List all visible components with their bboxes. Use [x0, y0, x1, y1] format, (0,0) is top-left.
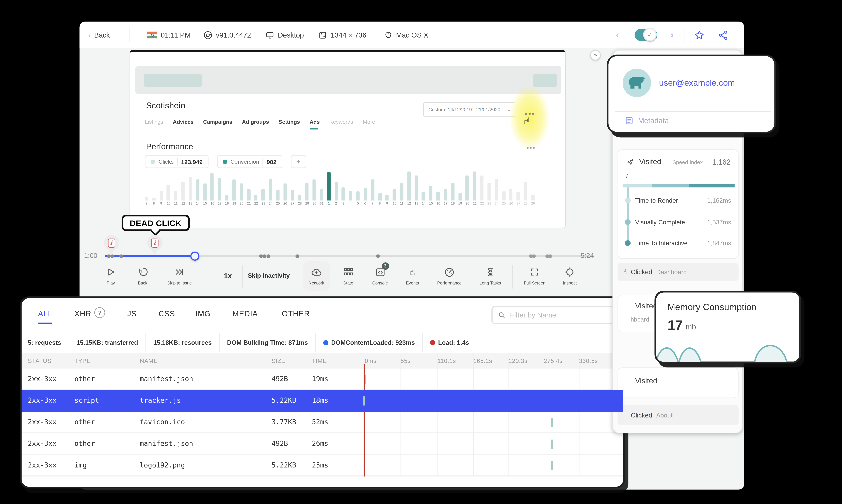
- full-screen-button[interactable]: Full Screen: [515, 266, 555, 286]
- site-tab-keywords[interactable]: Keywords: [329, 119, 353, 129]
- x-tick-label: 11: [400, 202, 403, 205]
- event-dot[interactable]: [119, 254, 123, 258]
- divider: [684, 29, 685, 42]
- metric-chips: Clicks 123,949 Conversion 902 +: [145, 155, 306, 168]
- widget-menu-icon[interactable]: •••: [526, 144, 536, 151]
- long-tasks-panel-button[interactable]: Long Tasks: [470, 266, 510, 286]
- chart-bar: [531, 195, 535, 200]
- dead-click-badge: DEAD CLICK: [122, 215, 190, 231]
- event-dot[interactable]: [376, 254, 380, 258]
- chart-bar: [444, 189, 447, 200]
- chart-bar: [283, 184, 287, 200]
- tab-img[interactable]: IMG: [196, 310, 211, 324]
- request-time: 19ms: [312, 375, 328, 383]
- site-tab-advices[interactable]: Advices: [173, 119, 194, 129]
- x-tick-label: 8: [152, 202, 156, 205]
- stat-text: 15.15KB: transferred: [76, 339, 138, 346]
- favorite-button[interactable]: [694, 21, 704, 48]
- event-dot[interactable]: [532, 254, 536, 258]
- tab-css[interactable]: CSS: [159, 310, 175, 324]
- resolution-info: 1344 × 736: [318, 21, 366, 48]
- metric-label: Clicks: [159, 158, 174, 165]
- x-tick-label: 20: [466, 202, 469, 205]
- collapse-panel-button[interactable]: »: [590, 50, 601, 60]
- request-row[interactable]: 2xx-3xximglogo192.png5.22KB25ms: [21, 455, 623, 476]
- user-email[interactable]: user@example.com: [659, 78, 735, 87]
- event-dot[interactable]: [295, 254, 299, 258]
- site-tab-ad-groups[interactable]: Ad groups: [242, 119, 269, 129]
- issue-marker[interactable]: i: [104, 235, 119, 251]
- cloud-download-icon: [310, 266, 323, 278]
- divider: [263, 158, 263, 165]
- visited-event-card[interactable]: Visited Speed Index 1,162 / Time to Rend…: [617, 149, 739, 259]
- site-tab-ads[interactable]: Ads: [309, 119, 320, 129]
- request-row[interactable]: 2xx-3xxotherfavicon.ico3.77KB52ms: [21, 412, 623, 433]
- event-dot[interactable]: [266, 254, 270, 258]
- network-stat: 15.15KB: transferred: [69, 333, 146, 352]
- col-status[interactable]: STATUS: [28, 357, 52, 364]
- site-tab-campaigns[interactable]: Campaigns: [203, 119, 232, 129]
- search-icon: [498, 311, 505, 319]
- prev-session-button[interactable]: ‹: [616, 21, 619, 48]
- col-type[interactable]: TYPE: [74, 357, 91, 364]
- performance-panel-button[interactable]: Performance: [430, 266, 469, 286]
- playhead-handle[interactable]: [190, 252, 199, 261]
- total-time-label: 5:24: [581, 252, 594, 259]
- date-range-picker[interactable]: Custom: 14/12/2019 - 21/01/2020 ⌄: [423, 102, 515, 117]
- request-status: 2xx-3xx: [28, 439, 57, 447]
- share-button[interactable]: [718, 21, 728, 48]
- chart-bar: [196, 179, 199, 200]
- metric-chip-clicks[interactable]: Clicks 123,949: [145, 155, 208, 168]
- next-session-button[interactable]: ›: [670, 21, 674, 48]
- request-status: 2xx-3xx: [28, 418, 57, 426]
- col-name[interactable]: NAME: [140, 357, 158, 364]
- site-tab-listings[interactable]: Listings: [145, 119, 163, 129]
- skip-to-issue-button[interactable]: Skip to Issue: [160, 266, 199, 286]
- metadata-link[interactable]: Metadata: [625, 116, 669, 125]
- tab-other[interactable]: OTHER: [282, 310, 310, 324]
- stat-text: 15.18KB: resources: [154, 339, 212, 346]
- chart-bar: [349, 191, 352, 200]
- current-time-label: 1:00: [84, 252, 97, 259]
- site-tab-more[interactable]: More: [363, 119, 375, 129]
- add-metric-button[interactable]: +: [291, 155, 306, 168]
- x-tick-label: 23: [262, 202, 265, 205]
- skeleton-block: [144, 74, 202, 87]
- metric-chip-conversion[interactable]: Conversion 902: [217, 155, 282, 168]
- x-tick-label: 12: [181, 202, 185, 205]
- site-tab-settings[interactable]: Settings: [279, 119, 300, 129]
- x-tick-label: 28: [298, 202, 301, 205]
- autoplay-toggle[interactable]: ✓: [634, 21, 657, 48]
- request-type: img: [74, 461, 87, 469]
- chart-bar: [152, 198, 156, 200]
- divider: [242, 265, 243, 289]
- speed-button[interactable]: 1x: [224, 272, 232, 280]
- x-tick-label: 15: [429, 202, 432, 205]
- request-row[interactable]: 2xx-3xxscripttracker.js5.22KB18ms: [21, 390, 623, 412]
- x-tick-label: 9: [160, 202, 163, 205]
- col-time[interactable]: TIME: [312, 357, 327, 364]
- skip-inactivity-toggle[interactable]: Skip Inactivity: [248, 272, 290, 279]
- event-dot[interactable]: [259, 254, 263, 258]
- tab-all[interactable]: ALL: [38, 310, 52, 324]
- request-row[interactable]: 2xx-3xxothermanifest.json492B26ms: [21, 433, 623, 455]
- tab-media[interactable]: MEDIA: [232, 310, 258, 324]
- inspect-button[interactable]: Inspect: [550, 266, 590, 286]
- request-time: 25ms: [312, 461, 328, 469]
- visited-event-card-bottom[interactable]: Visited: [617, 367, 739, 398]
- request-row[interactable]: 2xx-3xxothermanifest.json492B19ms: [21, 368, 623, 390]
- back-button[interactable]: ‹ Back: [88, 21, 110, 48]
- events-panel-button[interactable]: ☝ Events: [393, 266, 432, 286]
- tab-xhr[interactable]: XHR: [74, 310, 91, 324]
- clicked-about-event[interactable]: ☝ Clicked About: [617, 405, 739, 425]
- help-icon[interactable]: ?: [94, 307, 105, 318]
- monitor-icon: [265, 30, 274, 39]
- tab-js[interactable]: JS: [127, 310, 137, 324]
- filter-input[interactable]: [510, 311, 616, 319]
- event-dot[interactable]: [263, 254, 266, 258]
- clicked-dashboard-event[interactable]: ☝ Clicked Dashboard: [617, 263, 739, 281]
- x-tick-label: 15: [203, 202, 207, 205]
- col-size[interactable]: SIZE: [272, 357, 286, 364]
- back-10s-button[interactable]: 10 Back: [123, 266, 162, 286]
- event-dot[interactable]: [548, 254, 552, 258]
